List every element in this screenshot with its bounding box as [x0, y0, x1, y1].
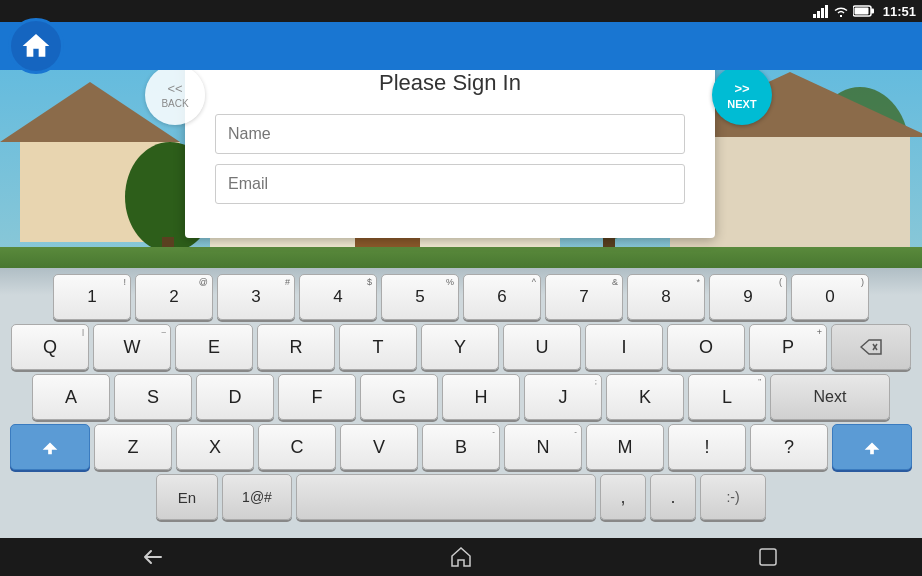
- next-button[interactable]: >> NEXT: [712, 65, 772, 125]
- nav-recents-button[interactable]: [738, 538, 798, 576]
- key-comma[interactable]: ,: [600, 474, 646, 520]
- key-w[interactable]: W–: [93, 324, 171, 370]
- nav-back-button[interactable]: [124, 538, 184, 576]
- shift-left-icon: [39, 436, 61, 458]
- key-1[interactable]: 1!: [53, 274, 131, 320]
- key-next[interactable]: Next: [770, 374, 890, 420]
- svg-rect-20: [821, 8, 824, 18]
- key-r[interactable]: R: [257, 324, 335, 370]
- key-b[interactable]: B-: [422, 424, 500, 470]
- status-icons: 11:51: [813, 4, 916, 19]
- key-j[interactable]: J;: [524, 374, 602, 420]
- key-o[interactable]: O: [667, 324, 745, 370]
- key-symbols[interactable]: 1@#: [222, 474, 292, 520]
- key-v[interactable]: V: [340, 424, 418, 470]
- key-4[interactable]: 4$: [299, 274, 377, 320]
- back-button[interactable]: << BACK: [145, 65, 205, 125]
- key-shift-left[interactable]: [10, 424, 90, 470]
- home-nav-button[interactable]: [8, 18, 64, 74]
- key-t[interactable]: T: [339, 324, 417, 370]
- key-y[interactable]: Y: [421, 324, 499, 370]
- key-g[interactable]: G: [360, 374, 438, 420]
- key-a[interactable]: A: [32, 374, 110, 420]
- shift-right-icon: [861, 436, 883, 458]
- key-c[interactable]: C: [258, 424, 336, 470]
- svg-rect-23: [871, 9, 874, 14]
- nav-home-button[interactable]: [431, 538, 491, 576]
- svg-rect-21: [825, 5, 828, 18]
- email-input[interactable]: [215, 164, 685, 204]
- key-7[interactable]: 7&: [545, 274, 623, 320]
- home-icon: [20, 30, 52, 62]
- key-language[interactable]: En: [156, 474, 218, 520]
- key-8[interactable]: 8*: [627, 274, 705, 320]
- key-s[interactable]: S: [114, 374, 192, 420]
- keyboard-row-q: Q| W– E R T Y U I O P+: [4, 324, 918, 370]
- key-3[interactable]: 3#: [217, 274, 295, 320]
- next-arrows: >>: [734, 81, 749, 96]
- time-display: 11:51: [883, 4, 916, 19]
- name-input[interactable]: [215, 114, 685, 154]
- key-l[interactable]: L": [688, 374, 766, 420]
- keyboard-row-z: Z X C V B- N- M ! ?: [4, 424, 918, 470]
- keyboard-row-numbers: 1! 2@ 3# 4$ 5% 6^ 7& 8* 9( 0): [4, 274, 918, 320]
- key-u[interactable]: U: [503, 324, 581, 370]
- key-q[interactable]: Q|: [11, 324, 89, 370]
- svg-rect-18: [813, 14, 816, 18]
- backspace-icon: [860, 339, 882, 355]
- svg-rect-24: [854, 8, 868, 15]
- key-space[interactable]: [296, 474, 596, 520]
- key-exclaim[interactable]: !: [668, 424, 746, 470]
- nav-home-icon: [451, 547, 471, 567]
- nav-recents-icon: [759, 548, 777, 566]
- key-h[interactable]: H: [442, 374, 520, 420]
- key-f[interactable]: F: [278, 374, 356, 420]
- key-d[interactable]: D: [196, 374, 274, 420]
- key-2[interactable]: 2@: [135, 274, 213, 320]
- top-bar: [0, 22, 922, 70]
- key-p[interactable]: P+: [749, 324, 827, 370]
- keyboard: 1! 2@ 3# 4$ 5% 6^ 7& 8* 9( 0) Q| W– E R …: [0, 268, 922, 538]
- next-label: NEXT: [727, 98, 756, 110]
- back-label: BACK: [161, 98, 188, 109]
- signin-title: Please Sign In: [215, 70, 685, 96]
- key-e[interactable]: E: [175, 324, 253, 370]
- key-6[interactable]: 6^: [463, 274, 541, 320]
- key-period[interactable]: .: [650, 474, 696, 520]
- nav-bar: [0, 538, 922, 576]
- key-5[interactable]: 5%: [381, 274, 459, 320]
- signin-card: Please Sign In: [185, 50, 715, 238]
- key-shift-right[interactable]: [832, 424, 912, 470]
- keyboard-row-a: A S D F G H J; K L" Next: [4, 374, 918, 420]
- key-k[interactable]: K: [606, 374, 684, 420]
- keyboard-row-bottom: En 1@# , . :-): [4, 474, 918, 520]
- key-i[interactable]: I: [585, 324, 663, 370]
- key-backspace[interactable]: [831, 324, 911, 370]
- wifi-icon: [833, 5, 849, 17]
- back-arrows: <<: [167, 81, 182, 96]
- key-z[interactable]: Z: [94, 424, 172, 470]
- battery-icon: [853, 5, 875, 17]
- key-x[interactable]: X: [176, 424, 254, 470]
- key-question[interactable]: ?: [750, 424, 828, 470]
- svg-rect-25: [760, 549, 776, 565]
- key-0[interactable]: 0): [791, 274, 869, 320]
- svg-rect-19: [817, 11, 820, 18]
- key-m[interactable]: M: [586, 424, 664, 470]
- key-emoji[interactable]: :-): [700, 474, 766, 520]
- key-9[interactable]: 9(: [709, 274, 787, 320]
- signal-icon: [813, 4, 829, 18]
- nav-back-icon: [143, 548, 165, 566]
- key-n[interactable]: N-: [504, 424, 582, 470]
- status-bar: 11:51: [0, 0, 922, 22]
